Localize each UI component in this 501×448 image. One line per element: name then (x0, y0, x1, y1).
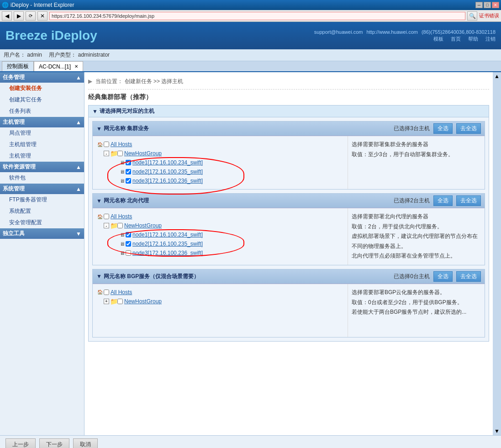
label-nhg-cluster[interactable]: NewHostGroup (124, 150, 162, 157)
scroll-up-btn[interactable]: ▲ (494, 73, 500, 79)
expand-nhg-northbound[interactable]: - (104, 223, 109, 228)
addr-right: 🔍 证书错误 (467, 11, 499, 21)
ne-panel-bgp: ▼ 网元名称 BGP服务（仅混合场景需要） 已选择0台主机 全选 去全选 (92, 269, 485, 337)
label-node2-cluster[interactable]: node2[172.16.100.235_swift] (132, 169, 203, 175)
tree-container-northbound: 🏠 All Hosts - 📁 NewHostGroup (93, 208, 348, 261)
checkbox-nhg-northbound[interactable] (117, 223, 123, 228)
label-node2-northbound[interactable]: node2[172.16.100.235_swift] (132, 241, 203, 247)
sidebar-section-task: 任务管理 ▲ (0, 72, 84, 83)
ne-panel-northbound-select-all[interactable]: 全选 (433, 195, 453, 206)
sidebar-item-task-list[interactable]: 任务列表 (0, 105, 84, 117)
label-allhosts-northbound[interactable]: All Hosts (111, 213, 132, 220)
help-link[interactable]: 帮助 (468, 36, 478, 42)
sidebar-section-software: 软件资源管理 ▲ (0, 162, 84, 172)
ne-panel-bgp-count: 已选择0台主机 (394, 273, 430, 280)
label-nhg-northbound[interactable]: NewHostGroup (124, 222, 162, 229)
sidebar-item-host-mgmt[interactable]: 主机管理 (0, 150, 84, 162)
checkbox-allhosts-cluster[interactable] (104, 142, 109, 147)
ne-panel-cluster-tree: 🏠 All Hosts - 📁 NewHostGroup (93, 136, 348, 189)
sidebar-section-host-icon: ▲ (76, 119, 81, 126)
ne-panel-cluster-select-all[interactable]: 全选 (433, 123, 453, 134)
sidebar-item-site-mgmt[interactable]: 局点管理 (0, 127, 84, 139)
ne-panel-northbound-desc: 选择需要部署北向代理的服务器 取值：2台，用于提供北向代理服务。 虚拟机部署场景… (348, 208, 485, 265)
expand-nhg-cluster[interactable]: - (104, 151, 109, 156)
tree-row-node2-cluster: 🖥 node2[172.16.100.235_swift] (118, 167, 344, 176)
support-email: support@huawei.com (314, 29, 363, 35)
refresh-button[interactable]: ⟳ (26, 11, 36, 21)
header-nav[interactable]: 模板 首页 帮助 注销 (433, 36, 496, 42)
tree-container-bgp: 🏠 All Hosts + 📁 NewHostGroup (93, 284, 348, 337)
ne-panel-cluster: ▼ 网元名称 集群业务 已选择3台主机 全选 去全选 🏠 (92, 121, 485, 190)
scroll-down-btn[interactable]: ▼ (494, 428, 500, 434)
checkbox-node3-cluster[interactable] (126, 178, 131, 184)
back-button[interactable]: ◀ (2, 11, 12, 21)
checkbox-node1-northbound[interactable] (126, 232, 131, 237)
cancel-button[interactable]: 取消 (73, 438, 98, 448)
scroll-arrows: ▲ ▼ (493, 72, 501, 435)
sidebar-section-task-icon: ▲ (76, 74, 81, 81)
label-node1-cluster[interactable]: node1[172.16.100.234_swift] (132, 159, 203, 166)
expand-nhg-bgp[interactable]: + (104, 299, 109, 304)
sidebar-item-software-pkg[interactable]: 软件包 (0, 172, 84, 184)
template-link[interactable]: 模板 (433, 36, 443, 42)
tree-row-node3-cluster: 🖥 node3[172.16.100.236_swift] (118, 176, 344, 185)
tab-control-panel[interactable]: 控制面板 (2, 61, 34, 71)
bottom-buttons: 上一步 下一步 取消 (0, 435, 501, 448)
sidebar-item-create-other[interactable]: 创建其它任务 (0, 94, 84, 105)
label-node3-northbound[interactable]: node3[172.16.100.236_swift] (132, 250, 203, 256)
tab-close-icon[interactable]: ✕ (74, 64, 78, 69)
next-button[interactable]: 下一步 (39, 438, 69, 448)
checkbox-nhg-cluster[interactable] (117, 151, 123, 156)
ne-panel-cluster-deselect-all[interactable]: 去全选 (456, 123, 481, 134)
ne-panel-bgp-right: 已选择0台主机 全选 去全选 (394, 271, 481, 282)
tree-row-allhosts-bgp: 🏠 All Hosts (96, 288, 344, 297)
forward-button[interactable]: ▶ (14, 11, 24, 21)
prev-button[interactable]: 上一步 (5, 438, 36, 448)
sidebar-item-sysconfig[interactable]: 系统配置 (0, 206, 84, 217)
address-input[interactable] (49, 12, 465, 20)
sidebar-section-tools: 独立工具 ▼ (0, 228, 84, 239)
sidebar-item-create-install[interactable]: 创建安装任务 (0, 83, 84, 94)
label-node3-cluster[interactable]: node3[172.16.100.236_swift] (132, 178, 203, 184)
ne-panel-bgp-deselect-all[interactable]: 去全选 (456, 271, 481, 282)
title-bar-controls[interactable]: ─ □ ✕ (475, 2, 499, 8)
ne-panel-northbound-deselect-all[interactable]: 去全选 (456, 195, 481, 206)
ne-panel-bgp-title: ▼ 网元名称 BGP服务（仅混合场景需要） (96, 273, 199, 280)
tab-ac-dcn[interactable]: AC-DCN...[1] ✕ (34, 61, 83, 71)
sidebar-item-security[interactable]: 安全管理配置 (0, 217, 84, 228)
sidebar-item-hostgroup-mgmt[interactable]: 主机组管理 (0, 139, 84, 150)
label-node1-northbound[interactable]: node1[172.16.100.234_swift] (132, 232, 203, 238)
maximize-button[interactable]: □ (484, 2, 491, 8)
checkbox-allhosts-northbound[interactable] (104, 214, 109, 219)
home-link[interactable]: 首页 (451, 36, 461, 42)
sidebar-section-host: 主机管理 ▲ (0, 117, 84, 127)
close-button[interactable]: ✕ (492, 2, 499, 8)
label-allhosts-cluster[interactable]: All Hosts (111, 141, 132, 148)
ne-panel-bgp-select-all[interactable]: 全选 (433, 271, 453, 282)
header-links: support@huawei.com http://www.huawei.com… (314, 29, 496, 35)
address-bar: ◀ ▶ ⟳ ✕ 🔍 证书错误 (0, 10, 501, 22)
ne-panel-northbound: ▼ 网元名称 北向代理 已选择2台主机 全选 去全选 🏠 (92, 193, 485, 265)
checkbox-node1-cluster[interactable] (126, 160, 131, 165)
stop-button[interactable]: ✕ (37, 11, 47, 21)
checkbox-allhosts-bgp[interactable] (104, 290, 109, 295)
ne-panel-bgp-desc: 选择需要部署BGP云化服务的服务器。 取值：0台或者至少2台，用于提供BGP服务… (348, 284, 485, 337)
minimize-button[interactable]: ─ (475, 2, 483, 8)
ne-panel-northbound-content: 🏠 All Hosts - 📁 NewHostGroup (93, 208, 485, 265)
search-button[interactable]: 🔍 (467, 11, 477, 21)
checkbox-node2-northbound[interactable] (126, 241, 131, 247)
label-allhosts-bgp[interactable]: All Hosts (111, 289, 132, 295)
ne-panel-cluster-desc: 选择需要部署集群业务的服务器 取值：至少3台，用于自动部署集群业务。 (348, 136, 485, 189)
sidebar-item-ftp[interactable]: FTP服务器管理 (0, 194, 84, 206)
label-nhg-bgp[interactable]: NewHostGroup (124, 298, 162, 305)
tree-row-node2-northbound: 🖥 node2[172.16.100.235_swift] (118, 239, 344, 248)
ne-panel-bgp-header: ▼ 网元名称 BGP服务（仅混合场景需要） 已选择0台主机 全选 去全选 (93, 269, 485, 284)
home-icon-cluster: 🏠 (96, 141, 104, 148)
checkbox-node2-cluster[interactable] (126, 169, 131, 174)
tree-row-node3-northbound: 🖥 node3[172.16.100.236_swift] (118, 248, 344, 258)
logout-link[interactable]: 注销 (485, 36, 496, 42)
select-host-container: ▼ 请选择网元对应的主机 ▼ 网元名称 集群业务 已选择3台主机 全选 去全选 (88, 105, 489, 342)
checkbox-node3-northbound[interactable] (126, 250, 131, 256)
checkbox-nhg-bgp[interactable] (117, 299, 123, 304)
breadcrumb: ▶ 当前位置： 创建新任务 >> 选择主机 (88, 76, 489, 90)
